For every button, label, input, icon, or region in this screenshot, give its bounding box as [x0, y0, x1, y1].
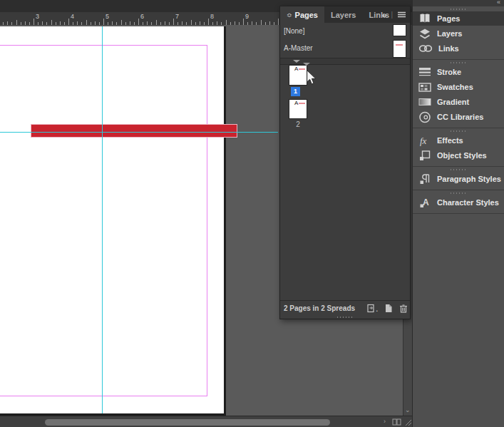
- panel-resize-handle[interactable]: [280, 315, 410, 319]
- dock-item-layers-label: Layers: [437, 29, 462, 38]
- paragraph-styles-icon: [418, 173, 431, 185]
- ruler-tick: [103, 19, 104, 25]
- margin-guide-bottom: [0, 396, 207, 396]
- dock-item-swatches[interactable]: Swatches: [413, 80, 504, 94]
- dock-item-effects[interactable]: fx Effects: [413, 133, 504, 148]
- dock-group-handle[interactable]: [413, 129, 504, 133]
- dock-item-pages-label: Pages: [437, 14, 460, 23]
- dock-item-character-styles[interactable]: A Character Styles: [413, 195, 504, 210]
- panel-menu-icon[interactable]: [397, 11, 406, 18]
- dock-group-5: A Character Styles: [413, 190, 504, 214]
- edit-page-size-dot: .: [376, 306, 378, 313]
- page-spread[interactable]: [0, 26, 226, 416]
- a-master-thumbnail[interactable]: [394, 41, 406, 57]
- ruler-tick: [226, 20, 227, 25]
- spread-indicator-icon: [303, 63, 310, 66]
- masters-section: [None] A-Master: [280, 23, 410, 58]
- ruler-tick: [138, 19, 139, 25]
- collapse-panel-icon[interactable]: »: [382, 11, 386, 19]
- horizontal-scrollbar[interactable]: ›: [0, 416, 412, 427]
- new-page-button[interactable]: [384, 304, 393, 313]
- dock-item-character-styles-label: Character Styles: [437, 198, 499, 207]
- dock-item-object-styles-label: Object Styles: [437, 151, 487, 160]
- dock-item-stroke-label: Stroke: [437, 68, 461, 76]
- panel-tab-bar: ≎ Pages Layers Links » |: [280, 6, 410, 23]
- tab-pages[interactable]: ≎ Pages: [280, 6, 324, 23]
- ruler-tick: [51, 20, 52, 25]
- dock-item-effects-label: Effects: [437, 136, 463, 145]
- horizontal-ruler-guide[interactable]: [0, 132, 278, 133]
- page-2-thumb-content: [299, 103, 305, 104]
- page-1-thumbnail[interactable]: A: [289, 66, 307, 85]
- dock-group-1: Pages Layers Links: [413, 6, 504, 60]
- horizontal-scrollbar-thumb[interactable]: [45, 419, 330, 426]
- mouse-cursor: [306, 70, 317, 85]
- scroll-right-arrow-icon[interactable]: ›: [384, 418, 386, 425]
- dock-item-gradient[interactable]: Gradient: [413, 95, 504, 109]
- stroke-icon: [418, 66, 431, 78]
- master-none-thumbnail[interactable]: [394, 25, 406, 36]
- dock-item-paragraph-styles[interactable]: Paragraph Styles: [413, 172, 504, 186]
- delete-page-button[interactable]: [399, 304, 408, 313]
- dock-group-2: Stroke Swatches: [413, 60, 504, 128]
- vertical-ruler-guide[interactable]: [102, 26, 103, 413]
- dock-item-links-label: Links: [438, 44, 459, 53]
- page-2-master-letter: A: [294, 101, 298, 106]
- edit-page-size-button[interactable]: .: [366, 304, 378, 313]
- ruler-label: 6: [140, 13, 144, 20]
- page-1-master-letter: A: [294, 66, 298, 72]
- gradient-icon: [418, 96, 431, 108]
- dock-item-cc-libraries[interactable]: CC Libraries: [413, 110, 504, 124]
- links-icon: [418, 42, 433, 55]
- svg-text:fx: fx: [420, 135, 427, 146]
- dock-group-handle[interactable]: [413, 191, 504, 195]
- masters-pages-splitter[interactable]: [280, 58, 410, 65]
- pages-panel: ≎ Pages Layers Links » | [None] A-Master: [279, 6, 411, 319]
- page-2-thumbnail[interactable]: A: [289, 100, 307, 118]
- tab-pages-label: Pages: [295, 11, 318, 19]
- tab-layers[interactable]: Layers: [324, 6, 362, 23]
- page-2-number-label: 2: [289, 120, 307, 128]
- ruler-tick: [86, 20, 87, 25]
- dock-collapse-icon[interactable]: «: [497, 0, 500, 6]
- dock-item-stroke[interactable]: Stroke: [413, 65, 504, 79]
- dock-item-pages[interactable]: Pages: [413, 11, 504, 26]
- scroll-down-arrow-icon[interactable]: ⌄: [405, 406, 411, 413]
- dock-group-handle[interactable]: [413, 7, 504, 11]
- ruler-tick: [278, 19, 279, 25]
- dock-item-layers[interactable]: Layers: [413, 26, 504, 41]
- ruler-tick: [156, 20, 157, 25]
- a-master-label: A-Master: [284, 44, 313, 52]
- splitter-arrow-icon: [293, 60, 300, 63]
- margin-guide-right: [207, 45, 207, 396]
- dock-item-links[interactable]: Links: [413, 41, 504, 56]
- dock-item-object-styles[interactable]: Object Styles: [413, 148, 504, 163]
- effects-icon: fx: [418, 134, 431, 147]
- resize-grip-dots: [337, 317, 353, 318]
- swatches-icon: [418, 81, 431, 93]
- ruler-tick: [261, 20, 262, 25]
- a-master-thumb-content: [396, 44, 403, 46]
- dock-group-handle[interactable]: [413, 168, 504, 171]
- page-1-number-badge[interactable]: 1: [291, 87, 300, 96]
- spread-view-icon[interactable]: [392, 418, 402, 426]
- page-1-thumb-content: [299, 68, 305, 70]
- ruler-tick: [243, 19, 244, 25]
- svg-text:A: A: [423, 197, 429, 207]
- ruler-label: 8: [210, 13, 214, 20]
- ruler-tick: [34, 19, 34, 25]
- dock-item-cc-libraries-label: CC Libraries: [437, 113, 483, 121]
- ruler-label: 4: [71, 13, 74, 20]
- window-resize-grip[interactable]: [403, 418, 412, 426]
- pages-count-status: 2 Pages in 2 Spreads: [284, 304, 355, 312]
- pages-icon: [418, 12, 431, 25]
- ruler-tick: [191, 20, 192, 25]
- red-rectangle-object[interactable]: [31, 124, 237, 138]
- dock-group-4: Paragraph Styles: [413, 167, 504, 190]
- dock-item-swatches-label: Swatches: [437, 83, 473, 91]
- margin-guide-top: [0, 45, 207, 46]
- ruler-tick: [16, 20, 17, 25]
- dock-item-paragraph-styles-label: Paragraph Styles: [437, 175, 501, 183]
- dock-group-handle[interactable]: [413, 61, 504, 64]
- object-styles-icon: [418, 149, 431, 162]
